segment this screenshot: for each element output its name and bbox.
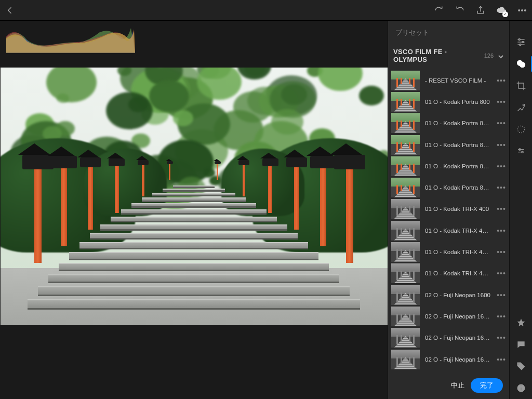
svg-rect-21 <box>521 387 522 390</box>
presets-icon[interactable] <box>510 53 533 75</box>
preset-more-icon[interactable]: ••• <box>497 183 506 192</box>
preset-item[interactable]: - RESET VSCO FILM -••• <box>388 70 509 91</box>
preset-label: 01 O - Kodak TRI-X 400 <box>425 206 491 212</box>
preset-label: 01 O - Kodak Portra 800 <box>425 99 491 105</box>
undo-icon[interactable] <box>454 5 466 16</box>
preset-label: 01 O - Kodak Portra 800 - <box>425 163 491 169</box>
svg-point-1 <box>522 9 523 11</box>
preset-item[interactable]: 01 O - Kodak TRI-X 400 +••• <box>388 220 509 241</box>
preset-more-icon[interactable]: ••• <box>497 119 506 127</box>
preset-item[interactable]: 01 O - Kodak Portra 800••• <box>388 91 509 112</box>
preset-label: 01 O - Kodak TRI-X 400 ++ <box>425 249 491 255</box>
preset-thumbnail <box>391 178 420 197</box>
preset-label: 01 O - Kodak Portra 800 HC <box>425 184 491 191</box>
svg-point-13 <box>517 126 524 132</box>
preset-item[interactable]: 02 O - Fuji Neopan 1600 -••• <box>388 349 509 370</box>
preset-more-icon[interactable]: ••• <box>497 141 506 149</box>
preset-label: 01 O - Kodak TRI-X 400 - <box>425 270 491 276</box>
preset-more-icon[interactable]: ••• <box>497 248 506 256</box>
preset-label: - RESET VSCO FILM - <box>425 77 491 84</box>
preset-thumbnail <box>391 350 420 369</box>
preset-thumbnail <box>391 221 420 241</box>
preset-more-icon[interactable]: ••• <box>497 312 506 321</box>
preset-label: 02 O - Fuji Neopan 1600 - <box>425 356 491 363</box>
preset-item[interactable]: 01 O - Kodak Portra 800 +••• <box>388 113 509 134</box>
rate-star-icon[interactable] <box>510 312 533 334</box>
redo-icon[interactable] <box>433 5 445 16</box>
preset-item[interactable]: 01 O - Kodak Portra 800 ++••• <box>388 134 509 155</box>
tool-strip <box>509 21 532 399</box>
preset-thumbnail <box>391 307 420 326</box>
preset-count: 126 <box>484 52 494 59</box>
preset-list: - RESET VSCO FILM -•••01 O - Kodak Portr… <box>388 70 509 373</box>
info-icon[interactable] <box>510 377 533 399</box>
svg-point-0 <box>518 9 520 11</box>
panel-title: プリセット <box>388 21 509 43</box>
preset-item[interactable]: 01 O - Kodak TRI-X 400 -••• <box>388 263 509 284</box>
svg-marker-18 <box>517 319 525 327</box>
preset-more-icon[interactable]: ••• <box>497 269 506 277</box>
preset-item[interactable]: 02 O - Fuji Neopan 1600 ++••• <box>388 327 509 349</box>
preset-item[interactable]: 01 O - Kodak TRI-X 400••• <box>388 198 509 220</box>
adjust-sliders-icon[interactable] <box>510 31 533 53</box>
preset-item[interactable]: 01 O - Kodak TRI-X 400 ++••• <box>388 241 509 262</box>
preset-label: 02 O - Fuji Neopan 1600 + <box>425 313 491 320</box>
preset-item[interactable]: 01 O - Kodak Portra 800 HC••• <box>388 177 509 198</box>
preset-more-icon[interactable]: ••• <box>497 205 506 213</box>
radial-mask-icon[interactable] <box>510 118 533 140</box>
preset-thumbnail <box>391 135 420 155</box>
local-adjust-icon[interactable] <box>510 140 533 162</box>
preset-more-icon[interactable]: ••• <box>497 355 506 364</box>
share-icon[interactable] <box>475 5 486 16</box>
preset-thumbnail <box>391 263 420 283</box>
preset-label: 02 O - Fuji Neopan 1600 <box>425 292 491 298</box>
svg-point-12 <box>523 104 524 105</box>
preset-thumbnail <box>391 92 420 112</box>
preset-label: 01 O - Kodak Portra 800 ++ <box>425 142 491 148</box>
chevron-down-icon <box>498 52 504 59</box>
preset-more-icon[interactable]: ••• <box>497 227 506 235</box>
healing-brush-icon[interactable] <box>510 97 533 118</box>
svg-point-2 <box>525 9 526 11</box>
preset-group-header[interactable]: VSCO FILM FE - OLYMPUS 126 <box>388 43 509 70</box>
crop-icon[interactable] <box>510 75 533 97</box>
svg-point-22 <box>520 385 521 387</box>
main-photo[interactable] <box>1 68 388 325</box>
tag-icon[interactable] <box>510 355 533 377</box>
back-icon[interactable] <box>4 5 16 16</box>
svg-point-19 <box>518 364 520 365</box>
preset-more-icon[interactable]: ••• <box>497 98 506 106</box>
preset-thumbnail <box>391 156 420 176</box>
histogram[interactable] <box>0 21 388 68</box>
cancel-button[interactable]: 中止 <box>451 381 464 390</box>
sync-ok-badge: ✓ <box>502 11 508 17</box>
preset-thumbnail <box>391 71 420 90</box>
preset-thumbnail <box>391 285 420 305</box>
preset-thumbnail <box>391 113 420 133</box>
preset-panel: プリセット VSCO FILM FE - OLYMPUS 126 - RESET… <box>388 21 509 399</box>
top-toolbar: ✓ <box>0 0 532 21</box>
preset-thumbnail <box>391 328 420 348</box>
preset-thumbnail <box>391 199 420 219</box>
more-icon[interactable] <box>516 5 528 16</box>
preset-item[interactable]: 02 O - Fuji Neopan 1600••• <box>388 284 509 305</box>
svg-point-11 <box>520 62 525 68</box>
preset-more-icon[interactable]: ••• <box>497 162 506 170</box>
preset-thumbnail <box>391 242 420 262</box>
preset-group-name: VSCO FILM FE - OLYMPUS <box>393 48 480 63</box>
preset-label: 01 O - Kodak Portra 800 + <box>425 120 491 126</box>
preset-label: 02 O - Fuji Neopan 1600 ++ <box>425 335 491 341</box>
preset-item[interactable]: 01 O - Kodak Portra 800 -••• <box>388 155 509 177</box>
preset-more-icon[interactable]: ••• <box>497 291 506 299</box>
comments-icon[interactable] <box>510 334 533 355</box>
cloud-sync-icon[interactable]: ✓ <box>496 5 507 16</box>
preset-more-icon[interactable]: ••• <box>497 76 506 85</box>
preset-item[interactable]: 02 O - Fuji Neopan 1600 +••• <box>388 305 509 327</box>
done-button[interactable]: 完了 <box>471 378 503 393</box>
preset-more-icon[interactable]: ••• <box>497 334 506 342</box>
preset-label: 01 O - Kodak TRI-X 400 + <box>425 228 491 234</box>
